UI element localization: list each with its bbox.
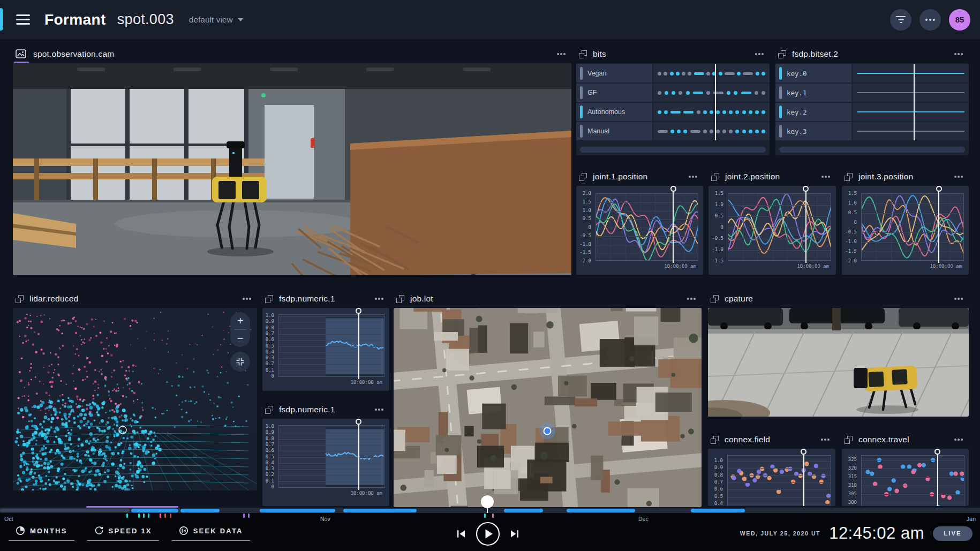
telemetry-row[interactable]: Vegan xyxy=(576,64,770,82)
panel-joblot-header[interactable]: job.lot xyxy=(394,290,702,308)
play-button[interactable] xyxy=(476,522,500,546)
chart-playhead-handle[interactable] xyxy=(801,449,806,455)
panel-joint2-header[interactable]: joint.2.position xyxy=(708,168,836,186)
panel-menu-button[interactable] xyxy=(951,48,966,60)
camera-viewport[interactable] xyxy=(13,63,571,275)
stream-timeline[interactable] xyxy=(851,103,969,121)
panel-menu-button[interactable] xyxy=(685,171,700,183)
event-tick[interactable] xyxy=(126,514,128,518)
panel-scrollbar[interactable] xyxy=(580,147,766,153)
zoom-in-button[interactable]: + xyxy=(230,312,250,329)
panel-menu-button[interactable] xyxy=(372,404,387,416)
months-button[interactable]: MONTHS xyxy=(9,526,74,541)
panel-menu-button[interactable] xyxy=(818,434,833,446)
panel-joint3-header[interactable]: joint.3.position xyxy=(842,168,969,186)
chart-plot-area[interactable] xyxy=(861,455,964,506)
panel-menu-button[interactable] xyxy=(951,293,966,305)
seek-data-button[interactable]: SEEK DATA xyxy=(172,526,250,541)
event-tick[interactable] xyxy=(492,514,494,518)
panel-menu-button[interactable] xyxy=(951,171,966,183)
panel-menu-button[interactable] xyxy=(684,293,699,305)
menu-icon[interactable] xyxy=(16,14,30,25)
timeline-playhead-handle[interactable] xyxy=(481,495,494,508)
panel-camera-header[interactable]: spot.observation.cam xyxy=(13,45,571,63)
panel-connex-field-header[interactable]: connex.field xyxy=(708,431,835,449)
joint1-chart[interactable]: 2.01.51.00.50-0.5-1.0-1.5-2.010:00:00 am xyxy=(576,186,703,275)
panel-scrollbar[interactable] xyxy=(779,147,965,153)
panel-numeric2-header[interactable]: fsdp.numeric.1 xyxy=(262,401,389,419)
joint2-chart[interactable]: 1.51.00.50-0.5-1.0-1.510:00:00 am xyxy=(708,186,836,275)
panel-menu-button[interactable] xyxy=(239,293,254,305)
telemetry-row[interactable]: Manual xyxy=(576,122,770,140)
panel-menu-button[interactable] xyxy=(951,434,966,446)
more-options-button[interactable] xyxy=(919,9,941,31)
stream-timeline[interactable] xyxy=(851,64,969,82)
stream-timeline[interactable] xyxy=(851,122,969,140)
panel-cpature-header[interactable]: cpature xyxy=(708,290,969,308)
event-tick[interactable] xyxy=(148,514,149,518)
stream-timeline[interactable] xyxy=(652,103,770,121)
panel-menu-button[interactable] xyxy=(554,48,569,60)
stream-timeline[interactable] xyxy=(851,84,969,102)
chart-playhead-handle[interactable] xyxy=(356,308,361,314)
numeric2-chart[interactable]: 1.00.90.80.70.60.50.40.30.20.1010:00:00 … xyxy=(262,419,389,506)
event-tick[interactable] xyxy=(164,514,166,518)
skip-back-button[interactable] xyxy=(457,530,466,538)
chart-playhead[interactable] xyxy=(673,190,674,263)
stream-timeline[interactable] xyxy=(652,64,770,82)
panel-bits-header[interactable]: bits xyxy=(576,45,770,63)
chart-plot-area[interactable] xyxy=(861,193,964,261)
panel-menu-button[interactable] xyxy=(372,293,387,305)
joint3-chart[interactable]: 1.51.00.50-0.5-1.0-1.5-2.010:00:00 am xyxy=(842,186,969,275)
telemetry-row[interactable]: GF xyxy=(576,84,770,102)
panel-numeric1-header[interactable]: fsdp.numeric.1 xyxy=(262,290,389,308)
panel-joint1-header[interactable]: joint.1.position xyxy=(576,168,703,186)
chart-playhead-handle[interactable] xyxy=(936,186,942,192)
stream-timeline[interactable] xyxy=(652,84,770,102)
chart-plot-area[interactable] xyxy=(595,193,698,261)
chart-playhead-handle[interactable] xyxy=(803,186,809,192)
lidar-viewport[interactable]: + − xyxy=(13,308,257,490)
event-tick[interactable] xyxy=(484,514,486,518)
connex-travel-chart[interactable]: 325320315310305300 xyxy=(842,449,969,506)
recenter-button[interactable] xyxy=(230,352,250,372)
skip-forward-button[interactable] xyxy=(510,530,519,538)
chart-plot-area[interactable] xyxy=(278,314,385,377)
chart-plot-area[interactable] xyxy=(728,193,831,261)
chart-playhead-handle[interactable] xyxy=(670,186,676,192)
live-button[interactable]: LIVE xyxy=(933,526,973,541)
connex-field-chart[interactable]: 1.00.90.80.70.60.50.4 xyxy=(708,449,835,506)
chart-playhead[interactable] xyxy=(805,190,806,263)
event-tick[interactable] xyxy=(243,514,245,518)
chart-playhead-handle[interactable] xyxy=(934,449,940,455)
chart-playhead[interactable] xyxy=(358,422,359,490)
telemetry-row[interactable]: key.0 xyxy=(775,64,969,82)
chart-plot-area[interactable] xyxy=(278,425,385,488)
filter-button[interactable] xyxy=(890,9,911,31)
avatar[interactable]: 85 xyxy=(949,9,970,31)
telemetry-row[interactable]: key.1 xyxy=(775,84,969,102)
stream-timeline[interactable] xyxy=(652,122,770,140)
panel-menu-button[interactable] xyxy=(818,171,833,183)
telemetry-row[interactable]: key.2 xyxy=(775,103,969,121)
numeric1-chart[interactable]: 1.00.90.80.70.60.50.40.30.20.1010:00:00 … xyxy=(262,308,389,391)
panel-menu-button[interactable] xyxy=(752,48,767,60)
panel-bitset-header[interactable]: fsdp.bitset.2 xyxy=(775,45,969,63)
event-tick[interactable] xyxy=(143,514,145,518)
zoom-out-button[interactable]: − xyxy=(230,330,250,347)
chart-playhead[interactable] xyxy=(803,452,804,506)
chart-playhead[interactable] xyxy=(358,311,359,379)
timeline-track[interactable] xyxy=(0,508,980,513)
event-tick[interactable] xyxy=(170,514,171,518)
telemetry-row[interactable]: Autonomous xyxy=(576,103,770,121)
panel-lidar-header[interactable]: lidar.reduced xyxy=(13,290,257,308)
view-selector[interactable]: default view xyxy=(189,15,243,25)
event-tick[interactable] xyxy=(248,514,250,518)
cpature-viewport[interactable] xyxy=(708,308,969,417)
event-tick[interactable] xyxy=(160,514,161,518)
telemetry-row[interactable]: key.3 xyxy=(775,122,969,140)
panel-connex-travel-header[interactable]: connex.travel xyxy=(842,431,969,449)
map-viewport[interactable] xyxy=(394,308,702,507)
chart-playhead[interactable] xyxy=(937,452,938,506)
event-tick[interactable] xyxy=(138,514,140,518)
